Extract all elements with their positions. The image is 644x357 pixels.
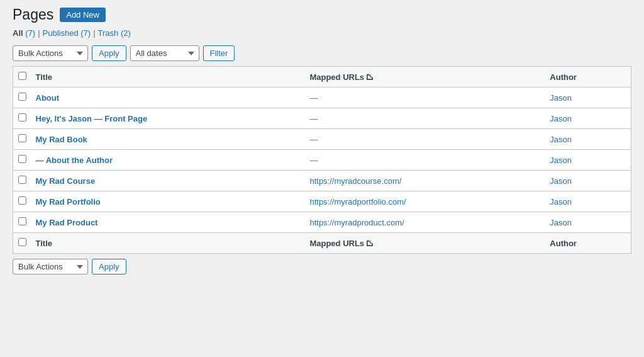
row-checkbox-input[interactable] [18, 155, 26, 163]
row-checkbox[interactable] [13, 88, 30, 108]
author-column-footer: Author [543, 233, 631, 254]
row-mapped-url: — [303, 108, 543, 129]
page-title-link[interactable]: My Rad Book [36, 135, 87, 144]
row-checkbox-input[interactable] [18, 217, 26, 225]
row-author: Jason [543, 88, 631, 108]
filter-button-top[interactable]: Filter [203, 45, 235, 61]
row-author: Jason [543, 171, 631, 191]
row-mapped-url: — [303, 88, 543, 108]
row-mapped-url: — [303, 150, 543, 171]
mapped-url-link[interactable]: https://myradcourse.com/ [309, 176, 401, 186]
external-link-icon-footer [367, 240, 373, 246]
select-all-checkbox-footer[interactable] [13, 233, 30, 254]
bulk-actions-select-top[interactable]: Bulk Actions [13, 45, 88, 61]
title-column-footer: Title [30, 233, 304, 254]
select-all-checkbox-bottom[interactable] [18, 238, 26, 246]
author-link[interactable]: Jason [550, 135, 572, 144]
no-url-dash: — [309, 135, 318, 144]
row-title: — About the Author [30, 150, 304, 171]
mapped-urls-column-footer: Mapped URLs [303, 233, 543, 254]
row-author: Jason [543, 191, 631, 212]
table-row: About—Jason [13, 88, 631, 108]
author-link[interactable]: Jason [550, 93, 572, 103]
apply-button-bottom[interactable]: Apply [92, 259, 126, 275]
row-mapped-url: https://myradcourse.com/ [303, 171, 543, 191]
no-url-dash: — [309, 156, 318, 165]
row-checkbox-input[interactable] [18, 176, 26, 184]
row-checkbox[interactable] [13, 129, 30, 150]
table-row: My Rad Portfoliohttps://myradportfolio.c… [13, 191, 631, 212]
author-link[interactable]: Jason [550, 176, 572, 186]
filter-all-link[interactable]: All (7) [13, 28, 35, 38]
row-author: Jason [543, 150, 631, 171]
external-link-icon [367, 74, 373, 80]
dates-select-top[interactable]: All dates [130, 45, 199, 61]
filter-published-link[interactable]: Published (7) [43, 28, 91, 38]
page-title-link[interactable]: My Rad Portfolio [36, 197, 101, 207]
page-title-link[interactable]: My Rad Course [36, 176, 96, 186]
row-author: Jason [543, 212, 631, 233]
row-mapped-url: https://myradproduct.com/ [303, 212, 543, 233]
table-row: My Rad Producthttps://myradproduct.com/J… [13, 212, 631, 233]
filter-links: All (7) | Published (7) | Trash (2) [13, 28, 631, 38]
row-checkbox[interactable] [13, 191, 30, 212]
tablenav-bottom: Bulk Actions Apply [13, 256, 631, 277]
row-checkbox[interactable] [13, 212, 30, 233]
select-all-checkbox[interactable] [18, 72, 26, 80]
row-checkbox[interactable] [13, 171, 30, 191]
row-title: My Rad Course [30, 171, 304, 191]
row-title: My Rad Portfolio [30, 191, 304, 212]
row-checkbox-input[interactable] [18, 196, 26, 205]
row-mapped-url: — [303, 129, 543, 150]
table-row: My Rad Coursehttps://myradcourse.com/Jas… [13, 171, 631, 191]
row-checkbox[interactable] [13, 108, 30, 129]
table-row: My Rad Book—Jason [13, 129, 631, 150]
row-checkbox-input[interactable] [18, 134, 26, 142]
row-author: Jason [543, 108, 631, 129]
row-title: My Rad Product [30, 212, 304, 233]
table-footer-row: Title Mapped URLs Author [13, 233, 631, 254]
pages-table: Title Mapped URLs Author About—JasonHey,… [13, 66, 631, 254]
row-checkbox[interactable] [13, 150, 30, 171]
mapped-url-link[interactable]: https://myradportfolio.com/ [309, 197, 406, 207]
row-author: Jason [543, 129, 631, 150]
row-checkbox-input[interactable] [18, 93, 26, 101]
sep1: | [38, 28, 40, 38]
row-checkbox-input[interactable] [18, 113, 26, 122]
select-all-checkbox-header[interactable] [13, 67, 30, 88]
sep2: | [93, 28, 95, 38]
page-title-link[interactable]: About [36, 93, 60, 103]
author-link[interactable]: Jason [550, 197, 572, 207]
author-link[interactable]: Jason [550, 114, 572, 123]
title-column-header: Title [30, 67, 304, 88]
row-title: Hey, It's Jason — Front Page [30, 108, 304, 129]
page-title-link[interactable]: My Rad Product [36, 218, 98, 227]
mapped-urls-column-header: Mapped URLs [303, 67, 543, 88]
no-url-dash: — [309, 93, 318, 103]
table-header-row: Title Mapped URLs Author [13, 67, 631, 88]
bulk-actions-select-bottom[interactable]: Bulk Actions [13, 259, 88, 275]
apply-button-top[interactable]: Apply [92, 45, 126, 61]
page-title-link[interactable]: — About the Author [36, 156, 113, 165]
add-new-button[interactable]: Add New [60, 8, 106, 22]
author-link[interactable]: Jason [550, 218, 572, 227]
table-row: — About the Author—Jason [13, 150, 631, 171]
row-mapped-url: https://myradportfolio.com/ [303, 191, 543, 212]
author-column-header: Author [543, 67, 631, 88]
filter-trash-link[interactable]: Trash (2) [98, 28, 131, 38]
page-title-link[interactable]: Hey, It's Jason — Front Page [36, 114, 148, 123]
page-title: Pages [13, 6, 53, 23]
author-link[interactable]: Jason [550, 156, 572, 165]
tablenav-top: Bulk Actions Apply All dates Filter [13, 43, 631, 64]
mapped-url-link[interactable]: https://myradproduct.com/ [309, 218, 404, 227]
row-title: My Rad Book [30, 129, 304, 150]
table-row: Hey, It's Jason — Front Page—Jason [13, 108, 631, 129]
no-url-dash: — [309, 114, 318, 123]
row-title: About [30, 88, 304, 108]
